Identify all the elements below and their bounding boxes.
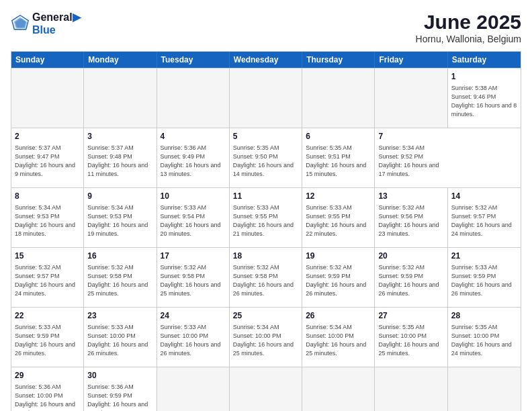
day-number: 10 [161,191,226,202]
calendar-cell: 24Sunrise: 5:33 AMSunset: 10:00 PMDaylig… [157,308,230,367]
cell-info: Sunrise: 5:32 AMSunset: 9:56 PMDaylight:… [378,203,443,238]
calendar-cell-empty [230,367,302,411]
calendar-header-day: Friday [375,52,447,68]
calendar-row: 22Sunrise: 5:33 AMSunset: 9:59 PMDayligh… [11,307,521,367]
cell-info: Sunrise: 5:33 AMSunset: 9:55 PMDaylight:… [233,203,298,238]
day-number: 18 [233,250,298,262]
cell-info: Sunrise: 5:33 AMSunset: 9:54 PMDaylight:… [161,203,226,238]
day-number: 27 [378,310,443,322]
calendar-header-day: Thursday [302,52,375,68]
calendar-header-day: Monday [84,52,157,68]
calendar-cell: 3Sunrise: 5:37 AMSunset: 9:48 PMDaylight… [84,128,157,187]
day-number: 30 [87,370,152,381]
cell-info: Sunrise: 5:33 AMSunset: 9:59 PMDaylight:… [451,263,517,298]
day-number: 26 [306,310,371,322]
day-number: 25 [233,310,298,322]
title-block: June 2025 Hornu, Wallonia, Belgium [416,11,521,44]
day-number: 16 [87,250,152,262]
cell-info: Sunrise: 5:35 AMSunset: 10:00 PMDaylight… [378,323,443,358]
calendar-cell-empty [302,367,375,411]
calendar-cell: 27Sunrise: 5:35 AMSunset: 10:00 PMDaylig… [375,308,447,367]
calendar-cell: 17Sunrise: 5:32 AMSunset: 9:58 PMDayligh… [157,248,230,307]
calendar-cell: 5Sunrise: 5:35 AMSunset: 9:50 PMDaylight… [230,128,302,187]
calendar-cell: 13Sunrise: 5:32 AMSunset: 9:56 PMDayligh… [375,188,447,247]
calendar-cell: 20Sunrise: 5:32 AMSunset: 9:59 PMDayligh… [375,248,447,307]
calendar-cell: 10Sunrise: 5:33 AMSunset: 9:54 PMDayligh… [157,188,230,247]
svg-marker-3 [14,17,26,28]
calendar-header-day: Sunday [11,52,84,68]
header: General▶ Blue June 2025 Hornu, Wallonia,… [11,11,521,44]
cell-info: Sunrise: 5:34 AMSunset: 9:52 PMDaylight:… [378,144,444,179]
calendar-cell-empty [448,367,521,411]
calendar-cell: 9Sunrise: 5:34 AMSunset: 9:53 PMDaylight… [84,188,157,247]
calendar-cell: 21Sunrise: 5:33 AMSunset: 9:59 PMDayligh… [448,248,521,307]
logo-icon [11,14,30,33]
calendar-cell-empty [157,68,230,128]
cell-info: Sunrise: 5:33 AMSunset: 9:55 PMDaylight:… [306,203,371,238]
calendar-cell: 19Sunrise: 5:32 AMSunset: 9:59 PMDayligh… [302,248,375,307]
calendar-cell-empty [84,68,157,128]
day-number: 14 [451,191,517,202]
cell-info: Sunrise: 5:37 AMSunset: 9:47 PMDaylight:… [15,144,80,179]
cell-info: Sunrise: 5:32 AMSunset: 9:59 PMDaylight:… [378,263,443,298]
calendar-cell: 23Sunrise: 5:33 AMSunset: 10:00 PMDaylig… [84,308,157,367]
cell-info: Sunrise: 5:34 AMSunset: 10:00 PMDaylight… [233,323,298,358]
page: General▶ Blue June 2025 Hornu, Wallonia,… [0,0,532,411]
day-number: 21 [451,250,517,262]
day-number: 13 [378,191,443,202]
calendar-row: 2Sunrise: 5:37 AMSunset: 9:47 PMDaylight… [11,128,521,187]
day-number: 12 [306,191,371,202]
logo-text: General▶ Blue [32,11,81,36]
calendar-cell: 30Sunrise: 5:36 AMSunset: 9:59 PMDayligh… [84,367,157,411]
cell-info: Sunrise: 5:32 AMSunset: 9:58 PMDaylight:… [87,263,152,298]
calendar-cell: 29Sunrise: 5:36 AMSunset: 10:00 PMDaylig… [11,367,84,411]
calendar-cell: 15Sunrise: 5:32 AMSunset: 9:57 PMDayligh… [11,248,84,307]
calendar-cell: 12Sunrise: 5:33 AMSunset: 9:55 PMDayligh… [302,188,375,247]
day-number: 7 [378,131,444,142]
calendar-row: 15Sunrise: 5:32 AMSunset: 9:57 PMDayligh… [11,247,521,307]
day-number: 5 [233,131,298,142]
calendar-cell-empty [11,68,84,128]
calendar-cell-empty [157,367,230,411]
calendar-cell-empty [375,68,447,128]
calendar: SundayMondayTuesdayWednesdayThursdayFrid… [11,51,521,411]
calendar-cell: 22Sunrise: 5:33 AMSunset: 9:59 PMDayligh… [11,308,84,367]
calendar-row: 8Sunrise: 5:34 AMSunset: 9:53 PMDaylight… [11,187,521,247]
calendar-cell: 28Sunrise: 5:35 AMSunset: 10:00 PMDaylig… [448,308,521,367]
day-number: 11 [233,191,298,202]
cell-info: Sunrise: 5:33 AMSunset: 10:00 PMDaylight… [87,323,152,358]
cell-info: Sunrise: 5:32 AMSunset: 9:57 PMDaylight:… [451,203,517,238]
day-number: 1 [451,71,517,83]
day-number: 17 [161,250,226,262]
calendar-cell: 25Sunrise: 5:34 AMSunset: 10:00 PMDaylig… [230,308,302,367]
day-number: 29 [15,370,80,381]
calendar-cell: 18Sunrise: 5:32 AMSunset: 9:58 PMDayligh… [230,248,302,307]
day-number: 22 [15,310,80,322]
day-number: 20 [378,250,443,262]
calendar-cell: 2Sunrise: 5:37 AMSunset: 9:47 PMDaylight… [11,128,84,187]
cell-info: Sunrise: 5:32 AMSunset: 9:57 PMDaylight:… [15,263,80,298]
calendar-cell-empty [375,367,447,411]
cell-info: Sunrise: 5:34 AMSunset: 9:53 PMDaylight:… [87,203,152,238]
calendar-cell: 11Sunrise: 5:33 AMSunset: 9:55 PMDayligh… [230,188,302,247]
calendar-cell-empty [302,68,375,128]
cell-info: Sunrise: 5:34 AMSunset: 10:00 PMDaylight… [306,323,371,358]
calendar-body: 1Sunrise: 5:38 AMSunset: 9:46 PMDaylight… [11,68,521,411]
cell-info: Sunrise: 5:32 AMSunset: 9:58 PMDaylight:… [233,263,298,298]
day-number: 15 [15,250,80,262]
day-number: 6 [306,131,371,142]
day-number: 9 [87,191,152,202]
cell-info: Sunrise: 5:36 AMSunset: 9:59 PMDaylight:… [87,383,152,411]
calendar-cell: 26Sunrise: 5:34 AMSunset: 10:00 PMDaylig… [302,308,375,367]
cell-info: Sunrise: 5:37 AMSunset: 9:48 PMDaylight:… [87,144,152,179]
cell-info: Sunrise: 5:35 AMSunset: 9:51 PMDaylight:… [306,144,371,179]
day-number: 4 [161,131,226,142]
cell-info: Sunrise: 5:35 AMSunset: 10:00 PMDaylight… [451,323,517,358]
calendar-cell: 8Sunrise: 5:34 AMSunset: 9:53 PMDaylight… [11,188,84,247]
day-number: 24 [161,310,226,322]
main-title: June 2025 [416,11,521,34]
subtitle: Hornu, Wallonia, Belgium [416,34,521,44]
cell-info: Sunrise: 5:36 AMSunset: 10:00 PMDaylight… [15,383,80,411]
day-number: 19 [306,250,371,262]
cell-info: Sunrise: 5:33 AMSunset: 10:00 PMDaylight… [161,323,226,358]
